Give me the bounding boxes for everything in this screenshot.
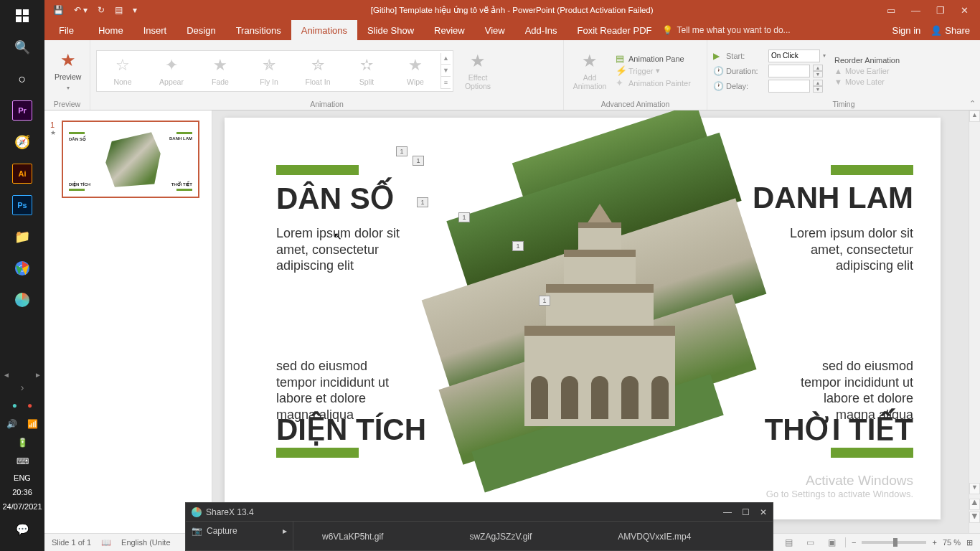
tab-view[interactable]: View (475, 20, 515, 40)
tab-addins[interactable]: Add-Ins (515, 20, 567, 40)
app-icon[interactable]: 🧭 (8, 128, 37, 156)
taskbar-scroll[interactable]: ◄► (0, 371, 44, 379)
tab-file[interactable]: File (44, 20, 88, 40)
animation-tag[interactable]: 1 (396, 146, 407, 156)
tab-review[interactable]: Review (424, 20, 475, 40)
preview-button[interactable]: ★ Preview ▾ (50, 49, 85, 93)
anim-floatin[interactable]: ✮Float In (294, 53, 341, 89)
maximize-icon[interactable]: ☐ (742, 507, 750, 517)
adobe-premiere-icon[interactable]: Pr (8, 96, 37, 125)
tab-home[interactable]: Home (88, 20, 133, 40)
clock-date[interactable]: 24/07/2021 (2, 502, 42, 511)
collapse-ribbon-icon[interactable]: ⌃ (969, 99, 976, 108)
animation-tag[interactable]: 1 (539, 296, 550, 306)
save-icon[interactable]: 💾 (53, 5, 64, 15)
effect-options-button[interactable]: ★ Effect Options (458, 50, 498, 92)
tray-chrome-icon[interactable]: ● (12, 400, 17, 410)
anim-wipe[interactable]: ★Wipe (392, 53, 439, 89)
tab-slideshow[interactable]: Slide Show (357, 20, 424, 40)
tab-animations[interactable]: Animations (291, 20, 357, 40)
zoom-in-icon[interactable]: + (932, 538, 936, 547)
sharex-taskbar-icon[interactable] (8, 286, 37, 314)
tray-expand-icon[interactable]: › (21, 382, 24, 393)
tab-transitions[interactable]: Transitions (226, 20, 291, 40)
tray-record-icon[interactable]: ● (27, 400, 32, 410)
heading-dan-so[interactable]: DÂN SỐ (276, 181, 394, 216)
close-icon[interactable]: ✕ (961, 5, 969, 16)
language-indicator[interactable]: ENG (14, 474, 31, 482)
reading-view-icon[interactable]: ▭ (802, 536, 818, 549)
spin-up[interactable]: ▲ (813, 80, 823, 86)
zoom-level[interactable]: 75 % (943, 538, 961, 547)
tab-foxit[interactable]: Foxit Reader PDF (567, 20, 661, 40)
animation-tag[interactable]: 1 (458, 212, 470, 222)
body-text-2[interactable]: Lorem ipsum dolor sit amet, consectetur … (781, 225, 913, 274)
heading-thoi-tiet[interactable]: THỜI TIẾT (765, 412, 913, 447)
spellcheck-icon[interactable]: 📖 (101, 538, 111, 547)
cortana-icon[interactable]: ○ (8, 65, 37, 93)
anim-none[interactable]: ☆None (99, 53, 146, 89)
slide-counter[interactable]: Slide 1 of 1 (52, 538, 91, 547)
maximize-icon[interactable]: ❐ (936, 5, 945, 16)
volume-icon[interactable]: 🔊 (6, 419, 17, 429)
gallery-more-icon[interactable]: ≡ (441, 77, 451, 89)
share-button[interactable]: 👤Share (930, 25, 970, 36)
undo-icon[interactable]: ↶ ▾ (74, 5, 88, 15)
adobe-illustrator-icon[interactable]: Ai (8, 159, 37, 188)
tab-insert[interactable]: Insert (133, 20, 177, 40)
anim-fade[interactable]: ★Fade (197, 53, 244, 89)
notifications-icon[interactable]: 💬 (8, 515, 37, 544)
sharex-file[interactable]: AMVDQVxxIE.mp4 (618, 532, 691, 542)
spin-down[interactable]: ▼ (813, 86, 823, 93)
animation-tag[interactable]: 1 (417, 197, 428, 207)
add-animation-button[interactable]: ★ Add Animation (570, 50, 610, 92)
animation-gallery[interactable]: ☆None ✦Appear ★Fade ✯Fly In ✮Float In ✫S… (96, 50, 453, 92)
chrome-icon[interactable] (8, 254, 37, 283)
dropdown-icon[interactable]: ▾ (823, 52, 826, 59)
sharex-file[interactable]: w6VLaKP5ht.gif (322, 532, 383, 542)
sharex-capture-menu[interactable]: 📷Capture▸ (192, 524, 287, 537)
keyboard-icon[interactable]: ⌨ (17, 456, 29, 466)
gallery-up-icon[interactable]: ▲ (441, 53, 451, 65)
trigger-button[interactable]: ⚡Trigger ▾ (616, 65, 691, 76)
anim-appear[interactable]: ✦Appear (148, 53, 195, 89)
start-from-beginning-icon[interactable]: ▤ (115, 5, 123, 15)
close-icon[interactable]: ✕ (760, 507, 767, 517)
tab-design[interactable]: Design (176, 20, 225, 40)
zoom-out-icon[interactable]: − (852, 538, 856, 547)
language-status[interactable]: English (Unite (121, 538, 170, 547)
zoom-slider[interactable] (862, 541, 926, 544)
spin-down[interactable]: ▼ (813, 71, 823, 77)
adobe-photoshop-icon[interactable]: Ps (8, 191, 37, 220)
animation-tag[interactable]: 1 (512, 241, 524, 251)
start-select[interactable] (768, 50, 820, 62)
duration-input[interactable] (768, 65, 810, 77)
animation-painter-button[interactable]: ✦Animation Painter (616, 77, 691, 88)
sharex-titlebar[interactable]: ShareX 13.4 — ☐ ✕ (186, 503, 773, 522)
animation-pane-button[interactable]: ▤Animation Pane (616, 53, 691, 64)
move-later-button[interactable]: ▼Move Later (834, 77, 900, 86)
sharex-file[interactable]: swZAgJSZzV.gif (469, 532, 532, 542)
sorter-view-icon[interactable]: ▤ (781, 536, 796, 549)
redo-icon[interactable]: ↻ (98, 5, 105, 15)
scroll-down-icon[interactable]: ▼ (969, 483, 980, 494)
prev-slide-icon[interactable]: ⯅ (969, 499, 980, 510)
qat-more-icon[interactable]: ▾ (133, 5, 137, 15)
animation-tag[interactable]: 1 (413, 156, 424, 166)
delay-input[interactable] (768, 80, 810, 93)
move-earlier-button[interactable]: ▲Move Earlier (834, 67, 900, 75)
center-image[interactable] (422, 125, 777, 469)
ribbon-display-icon[interactable]: ▭ (887, 5, 895, 16)
wifi-icon[interactable]: 📶 (27, 419, 38, 429)
clock-time[interactable]: 20:36 (12, 488, 32, 496)
slideshow-view-icon[interactable]: ▣ (824, 536, 839, 549)
anim-flyin[interactable]: ✯Fly In (245, 53, 293, 89)
tell-me-search[interactable]: 💡Tell me what you want to do... (662, 20, 791, 40)
sharex-window[interactable]: ShareX 13.4 — ☐ ✕ 📷Capture▸ w6VLaKP5ht.g… (185, 502, 773, 551)
slide-canvas[interactable]: DÂN SỐ Lorem ipsum dolor sit amet, conse… (225, 118, 941, 519)
minimize-icon[interactable]: — (911, 5, 920, 16)
body-text-1[interactable]: Lorem ipsum dolor sit amet, consectetur … (276, 225, 409, 274)
start-button[interactable] (8, 1, 37, 30)
heading-dien-tich[interactable]: DIỆN TÍCH (276, 412, 426, 447)
search-icon[interactable]: 🔍 (8, 33, 37, 62)
